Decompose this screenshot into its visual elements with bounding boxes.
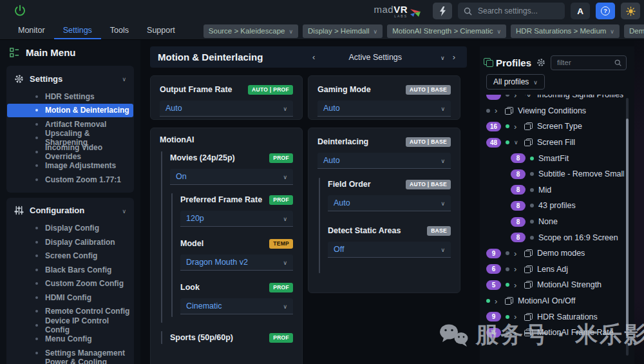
profile-tree-row[interactable]: 16 Screen Type bbox=[485, 119, 624, 135]
profile-tree-row[interactable]: 5 MotionAI Strength bbox=[485, 277, 624, 293]
field-label: Detect Static Areas bbox=[328, 226, 401, 235]
movies-select[interactable]: On bbox=[170, 169, 293, 185]
status-dot bbox=[486, 109, 490, 113]
page-header: Motion & Deinterlacing Active Settings bbox=[150, 46, 467, 68]
sidebar-item[interactable]: Device IP Control Config bbox=[7, 318, 133, 332]
profile-tree-row[interactable]: 9 Demo modes bbox=[485, 245, 624, 262]
chevron-down-icon bbox=[610, 27, 614, 35]
bullet-icon bbox=[35, 352, 38, 354]
nav-tab[interactable]: Tools bbox=[101, 23, 138, 39]
status-dot bbox=[506, 330, 509, 334]
profile-label: Viewing Conditions bbox=[518, 106, 586, 115]
sidebar-item[interactable]: Incoming Video Overrides bbox=[7, 145, 133, 159]
quick-profile-pill[interactable]: MotionAI Strength > Cinematic bbox=[387, 24, 506, 38]
tree-chevron-icon[interactable] bbox=[514, 95, 520, 100]
sidebar-item[interactable]: Display Calibration bbox=[7, 235, 133, 249]
bullet-icon bbox=[35, 338, 38, 340]
model-select[interactable]: Dragon Mouth v2 bbox=[180, 254, 293, 271]
profile-label: Lens Adj bbox=[537, 265, 568, 274]
tree-chevron-icon[interactable] bbox=[514, 264, 520, 274]
help-button[interactable] bbox=[596, 3, 615, 19]
profile-tree-row[interactable]: Viewing Conditions bbox=[485, 103, 624, 119]
power-button[interactable] bbox=[12, 3, 28, 19]
next-settings-button[interactable] bbox=[449, 51, 459, 63]
right-edge-strip bbox=[634, 40, 644, 364]
filter-input[interactable] bbox=[556, 58, 611, 67]
prev-settings-button[interactable] bbox=[308, 51, 319, 63]
quick-profile-pill[interactable]: HDR Saturations > Medium bbox=[511, 24, 620, 38]
tree-chevron-icon[interactable] bbox=[514, 312, 520, 321]
profile-tree-row[interactable]: 48 Screen Fill bbox=[485, 135, 624, 151]
active-settings-label: Active Settings bbox=[348, 53, 402, 62]
profiles-scrollbar-thumb[interactable] bbox=[626, 119, 629, 336]
sidebar-item[interactable]: HDR Settings bbox=[7, 90, 133, 104]
quick-profile-pill[interactable]: Source > Kaleidescape bbox=[204, 24, 298, 38]
tree-chevron-icon[interactable] bbox=[514, 139, 520, 146]
bullet-icon bbox=[35, 296, 38, 299]
profile-tree-row[interactable]: 6 Lens Adj bbox=[485, 262, 624, 278]
sidebar-item[interactable]: Image Adjustments bbox=[7, 159, 133, 173]
deinterlacing-select[interactable]: Auto bbox=[317, 153, 451, 169]
brightness-button[interactable] bbox=[621, 3, 640, 19]
profile-tree-row[interactable]: 8 None bbox=[485, 214, 624, 230]
quick-profile-pill[interactable]: Demo modes bbox=[624, 24, 644, 38]
profile-tree-row[interactable]: 8 Scope on 16:9 Screen bbox=[485, 229, 624, 245]
chevron-down-icon bbox=[440, 104, 445, 113]
profile-tree-row[interactable]: Incoming Signal Profiles bbox=[485, 95, 624, 103]
profile-tree-row[interactable]: 8 SmartFit bbox=[485, 150, 624, 166]
quick-action-button[interactable] bbox=[433, 3, 452, 19]
bullet-icon bbox=[35, 137, 38, 139]
quick-profile-pill[interactable]: Display > Heimdall bbox=[303, 24, 383, 38]
detect-static-areas-select[interactable]: Off bbox=[328, 242, 451, 258]
profile-tree-row[interactable]: 8 Mid bbox=[485, 182, 624, 198]
logo-labs: LABS bbox=[394, 15, 408, 18]
sidebar-item[interactable]: HDMI Config bbox=[7, 291, 133, 305]
profile-tree-row[interactable]: 9 HDR Saturations bbox=[485, 309, 624, 325]
count-badge: 8 bbox=[511, 201, 526, 211]
tree-chevron-icon[interactable] bbox=[495, 296, 500, 306]
profile-tree-row[interactable]: MotionAI On/Off bbox=[485, 293, 624, 309]
field-order-select[interactable]: Auto bbox=[328, 195, 451, 211]
chevron-down-icon bbox=[283, 302, 287, 311]
settings-dropdown-button[interactable] bbox=[437, 51, 449, 63]
tree-chevron-icon[interactable] bbox=[514, 280, 520, 290]
status-dot bbox=[486, 299, 490, 303]
sidebar-item[interactable]: Custom Zoom 1.77:1 bbox=[7, 173, 133, 187]
nav-tab[interactable]: Monitor bbox=[9, 23, 54, 39]
sidebar-item[interactable]: Screen Config bbox=[7, 249, 133, 263]
status-dot bbox=[530, 172, 534, 176]
font-size-button[interactable]: A bbox=[571, 3, 590, 19]
sidebar-section-settings: Settings HDR Settings Motion & Deinterla… bbox=[6, 66, 134, 193]
count-badge: 5 bbox=[486, 280, 501, 290]
sidebar-item[interactable]: Motion & Deinterlacing bbox=[7, 104, 133, 118]
tree-chevron-icon[interactable] bbox=[514, 249, 520, 258]
field-label: Sports (50p/60p) bbox=[170, 333, 233, 342]
all-profiles-dropdown[interactable]: All profiles bbox=[486, 74, 545, 90]
section-header-configuration[interactable]: Configuration bbox=[6, 201, 134, 220]
sidebar-item[interactable]: Black Bars Config bbox=[7, 263, 133, 277]
nav-tab[interactable]: Support bbox=[138, 23, 184, 39]
profile-tree-row[interactable]: 8 43 profiles bbox=[485, 198, 624, 214]
gear-icon[interactable] bbox=[536, 58, 545, 67]
profile-label: Demo modes bbox=[537, 249, 585, 258]
profiles-tree: Incoming Signal Profiles Viewing Conditi… bbox=[485, 95, 624, 358]
tree-chevron-icon[interactable] bbox=[514, 122, 520, 131]
sidebar-item[interactable]: Power & Cooling Config bbox=[7, 360, 133, 364]
search-input[interactable] bbox=[477, 6, 559, 16]
profile-tree-row[interactable]: 4 MotionAI Frame Rate bbox=[485, 325, 624, 341]
section-header-settings[interactable]: Settings bbox=[6, 69, 134, 88]
field-label: Gaming Mode bbox=[317, 85, 371, 94]
tree-chevron-icon[interactable] bbox=[514, 328, 520, 338]
look-select[interactable]: Cinematic bbox=[180, 298, 293, 314]
count-badge bbox=[486, 95, 501, 100]
tree-chevron-icon[interactable] bbox=[495, 106, 500, 115]
sidebar-item[interactable]: Display Config bbox=[7, 222, 133, 236]
gaming-mode-select[interactable]: Auto bbox=[317, 101, 451, 117]
nav-tab[interactable]: Settings bbox=[54, 23, 101, 39]
profile-tree-row[interactable]: 8 Subtitle - Remove Small Bars bbox=[485, 166, 624, 182]
settings-pager: Active Settings bbox=[308, 51, 459, 63]
output-frame-rate-select[interactable]: Auto bbox=[160, 101, 293, 117]
preferred-frame-rate-select[interactable]: 120p bbox=[180, 211, 293, 227]
main-menu-icon bbox=[10, 48, 19, 57]
sidebar-item[interactable]: Custom Zoom Config bbox=[7, 277, 133, 291]
